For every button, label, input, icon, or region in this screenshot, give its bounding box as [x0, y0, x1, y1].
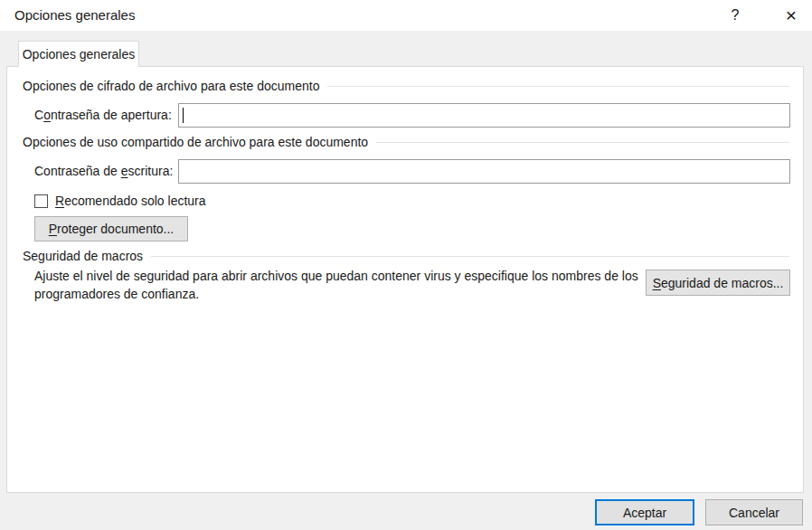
- close-glyph: ×: [786, 5, 797, 26]
- password-write-input[interactable]: [178, 159, 790, 184]
- sharing-group-header: Opciones de uso compartido de archivo pa…: [23, 135, 789, 149]
- tab-opciones-generales[interactable]: Opciones generales: [18, 41, 139, 67]
- help-glyph: ?: [732, 7, 740, 24]
- tab-label: Opciones generales: [23, 47, 136, 62]
- group-divider: [151, 256, 789, 257]
- group-divider: [327, 86, 789, 87]
- readonly-recommended-row[interactable]: Recomendado solo lectura: [34, 194, 206, 208]
- title-bar: Opciones generales ? ×: [0, 0, 812, 31]
- password-open-input[interactable]: [178, 103, 790, 128]
- encryption-group-header: Opciones de cifrado de archivo para este…: [23, 79, 789, 93]
- close-icon[interactable]: ×: [779, 4, 803, 27]
- accept-button-label: Aceptar: [623, 506, 666, 520]
- cancel-button[interactable]: Cancelar: [705, 499, 803, 525]
- macro-security-description: Ajuste el nivel de seguridad para abrir …: [34, 267, 646, 303]
- macro-group-header: Seguridad de macros: [23, 249, 789, 263]
- password-open-label: Contraseña de apertura:: [34, 103, 172, 127]
- readonly-checkbox-label[interactable]: Recomendado solo lectura: [55, 194, 206, 208]
- readonly-checkbox[interactable]: [34, 194, 48, 208]
- encryption-group-title: Opciones de cifrado de archivo para este…: [23, 79, 319, 93]
- macro-group-title: Seguridad de macros: [23, 249, 143, 263]
- dialog-title: Opciones generales: [14, 7, 135, 23]
- accept-button[interactable]: Aceptar: [595, 499, 694, 525]
- macro-security-button[interactable]: Seguridad de macros...: [646, 270, 790, 296]
- tab-panel: Opciones de cifrado de archivo para este…: [6, 66, 804, 493]
- password-write-label: Contraseña de escritura:: [34, 159, 173, 183]
- general-options-dialog: Opciones generales ? × Opciones generale…: [0, 0, 812, 530]
- sharing-group-title: Opciones de uso compartido de archivo pa…: [23, 135, 368, 149]
- cancel-button-label: Cancelar: [729, 506, 779, 520]
- protect-document-button[interactable]: Proteger documento...: [34, 216, 188, 241]
- group-divider: [376, 142, 789, 143]
- help-icon[interactable]: ?: [723, 4, 747, 27]
